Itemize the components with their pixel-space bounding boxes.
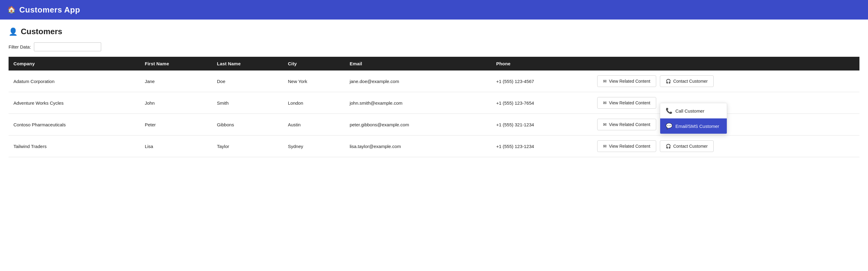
contact-dropdown-menu: 📞 Call Customer 💬 Email/SMS Customer 🖱 [660,103,727,134]
view-related-button[interactable]: ✉ View Related Content [597,75,656,87]
email-sms-customer-menu-item[interactable]: 💬 Email/SMS Customer 🖱 [660,118,727,134]
cell-phone: +1 (555) 321-1234 [492,114,592,135]
call-customer-menu-item[interactable]: 📞 Call Customer [660,103,727,118]
cell-first-name: Peter [140,114,212,135]
person-icon: 👤 [8,28,18,36]
view-related-button[interactable]: ✉ View Related Content [597,140,656,152]
cell-last-name: Gibbons [212,114,283,135]
cell-phone: +1 (555) 123-4567 [492,70,592,92]
app-title: Customers App [19,5,80,15]
email-icon: ✉ [603,100,607,105]
email-icon: ✉ [603,122,607,127]
cell-actions: ✉ View Related Content 🎧 Contact Custome… [592,70,860,92]
filter-input[interactable] [34,42,101,51]
cell-first-name: John [140,92,212,114]
cell-email: lisa.taylor@example.com [345,135,492,157]
actions-row-1: ✉ View Related Content 📞 Call Customer [597,97,855,109]
cell-last-name: Taylor [212,135,283,157]
customer-table: Company First Name Last Name City Email … [8,57,860,157]
col-phone: Phone [492,57,592,70]
col-actions [592,57,860,70]
headset-icon: 🎧 [666,144,671,148]
cell-email: peter.gibbons@example.com [345,114,492,135]
col-city: City [283,57,345,70]
cell-phone: +1 (555) 123-1234 [492,135,592,157]
contact-customer-button[interactable]: 🎧 Contact Customer [660,140,714,152]
col-email: Email [345,57,492,70]
actions-row-3: ✉ View Related Content 🎧 Contact Custome… [597,140,855,152]
page-content: 👤 Customers Filter Data: Company First N… [0,20,868,271]
cell-company: Tailwind Traders [8,135,140,157]
page-heading: 👤 Customers [8,27,860,36]
phone-icon: 📞 [666,107,672,114]
cell-first-name: Lisa [140,135,212,157]
col-last-name: Last Name [212,57,283,70]
chat-icon: 💬 [666,123,672,129]
cell-phone: +1 (555) 123-7654 [492,92,592,114]
contact-customer-button[interactable]: 🎧 Contact Customer [660,75,714,87]
cell-actions: ✉ View Related Content 🎧 Contact Custome… [592,135,860,157]
page-title: Customers [21,27,62,36]
cell-last-name: Doe [212,70,283,92]
headset-icon: 🎧 [666,79,671,83]
table-row: Adatum Corporation Jane Doe New York jan… [8,70,860,92]
table-body: Adatum Corporation Jane Doe New York jan… [8,70,860,157]
email-icon: ✉ [603,79,607,83]
view-related-button[interactable]: ✉ View Related Content [597,97,656,109]
table-row: Tailwind Traders Lisa Taylor Sydney lisa… [8,135,860,157]
table-row: Contoso Pharmaceuticals Peter Gibbons Au… [8,114,860,135]
view-related-button[interactable]: ✉ View Related Content [597,119,656,130]
cell-company: Contoso Pharmaceuticals [8,114,140,135]
cell-company: Adventure Works Cycles [8,92,140,114]
table-row: Adventure Works Cycles John Smith London… [8,92,860,114]
cell-actions: ✉ View Related Content 📞 Call Customer [592,92,860,114]
col-first-name: First Name [140,57,212,70]
home-icon: 🏠 [7,6,16,14]
email-icon: ✉ [603,144,607,148]
actions-row-0: ✉ View Related Content 🎧 Contact Custome… [597,75,855,87]
table-header-row: Company First Name Last Name City Email … [8,57,860,70]
filter-row: Filter Data: [8,42,860,51]
cell-city: London [283,92,345,114]
table-header: Company First Name Last Name City Email … [8,57,860,70]
cell-city: Sydney [283,135,345,157]
col-company: Company [8,57,140,70]
cell-first-name: Jane [140,70,212,92]
cell-company: Adatum Corporation [8,70,140,92]
cell-email: john.smith@example.com [345,92,492,114]
cell-last-name: Smith [212,92,283,114]
cell-email: jane.doe@example.com [345,70,492,92]
app-header: 🏠 Customers App [0,0,868,20]
cell-city: Austin [283,114,345,135]
cell-city: New York [283,70,345,92]
filter-label: Filter Data: [8,44,31,49]
